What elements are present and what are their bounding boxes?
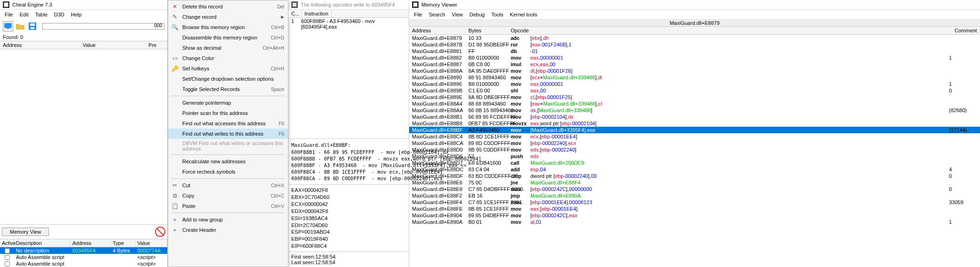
col-type[interactable]: Type bbox=[111, 239, 135, 247]
menu-item[interactable]: Disassemble this memory region Ctrl+D bbox=[168, 32, 288, 43]
disasm-row[interactable]: MaxiGuard.dll+E8890 88 91 88943460 mov [… bbox=[409, 74, 980, 81]
disasm-row[interactable]: MaxiGuard.dll+E890A B0 01 mov al,01 1 bbox=[409, 219, 980, 225]
disasm-row[interactable]: MaxiGuard.dll+E8904 89 85 D4DBFFFF mov [… bbox=[409, 212, 980, 219]
menu-file[interactable]: File bbox=[411, 11, 425, 18]
cell-bytes: B8 01000000 bbox=[468, 54, 511, 61]
opcode-list[interactable]: 1600F88BF - A3 F4953460 - mov [603495F4]… bbox=[288, 18, 409, 138]
disasm-row[interactable]: MaxiGuard.dll+E887B D1 88 95DBE0FF ror [… bbox=[409, 41, 980, 48]
menu-item[interactable]: 🔍 Browse this memory region Ctrl+B bbox=[168, 22, 288, 32]
menu-debug[interactable]: Debug bbox=[467, 11, 487, 18]
disasm-row[interactable]: MaxiGuard.dll+E88DF 83 BD C0DDFFFF 00 cm… bbox=[409, 173, 980, 179]
menu-item[interactable]: ＋ Add to new group bbox=[168, 214, 288, 225]
svg-rect-6 bbox=[31, 27, 34, 29]
menu-item[interactable]: ⧉ Copy Ctrl+C bbox=[168, 191, 288, 201]
disasm-row[interactable]: MaxiGuard.dll+E88CA 89 8D C0DDFFFF mov [… bbox=[409, 140, 980, 146]
open-button[interactable] bbox=[15, 21, 25, 31]
stop-icon[interactable] bbox=[155, 227, 165, 237]
disasm-row[interactable]: MaxiGuard.dll+E8881 FF db -01 bbox=[409, 48, 980, 54]
col-address[interactable]: Address bbox=[409, 27, 466, 34]
disasm-row[interactable]: MaxiGuard.dll+E88E6 75 0C jne MaxiGuard.… bbox=[409, 179, 980, 186]
disasm-row[interactable]: MaxiGuard.dll+E88FE 8B 85 1CE1FFFF mov e… bbox=[409, 206, 980, 212]
menu-item[interactable]: Set/Change dropdown selection options bbox=[168, 74, 288, 84]
col-instruction[interactable]: Instruction bbox=[302, 10, 332, 17]
menu-item[interactable]: Generate pointermap bbox=[168, 98, 288, 108]
menu-icon bbox=[171, 34, 179, 41]
opcode-row[interactable]: 1600F88BF - A3 F4953460 - mov [603495F4]… bbox=[288, 18, 409, 30]
save-button[interactable] bbox=[27, 21, 38, 31]
cell-addr: MaxiGuard.dll+E88A4 bbox=[412, 100, 468, 107]
memory-view-button[interactable]: Memory View bbox=[2, 228, 49, 236]
disasm-row[interactable]: MaxiGuard.dll+E889E 8A 8D DBE0FFFF mov c… bbox=[409, 94, 980, 100]
menu-item[interactable]: Pointer scan for this address bbox=[168, 108, 288, 118]
disasm-row[interactable]: MaxiGuard.dll+E88C4 8B 8D 1CE1FFFF mov e… bbox=[409, 133, 980, 140]
table-row[interactable]: No description 603495F4 4 Bytes 0000774A bbox=[0, 247, 167, 254]
menu-kernel-tools[interactable]: Kernel tools bbox=[507, 11, 540, 18]
disasm-row[interactable]: MaxiGuard.dll+E88A4 88 88 88943460 mov [… bbox=[409, 100, 980, 107]
active-checkbox[interactable] bbox=[5, 248, 10, 253]
menu-item[interactable]: ▭ Change Color bbox=[168, 53, 288, 63]
col-value[interactable]: Value bbox=[83, 42, 148, 48]
menu-item[interactable]: Show as decimal Ctrl+Alt+H bbox=[168, 43, 288, 53]
disasm-row[interactable]: MaxiGuard.dll+E8887 6B C8 00 imul ecx,ea… bbox=[409, 61, 980, 68]
cell-opcode: db bbox=[511, 48, 530, 54]
col-opcode[interactable]: Opcode bbox=[508, 27, 528, 34]
disasm-row[interactable]: MaxiGuard.dll+E88E8 C7 85 D4DBFFFF 0000.… bbox=[409, 186, 980, 192]
cell-opcode: mov bbox=[511, 133, 530, 140]
disasm-row[interactable]: MaxiGuard.dll+E88D6 52 push edx bbox=[409, 153, 980, 160]
col-args[interactable] bbox=[528, 27, 952, 34]
disasm-row[interactable]: MaxiGuard.dll+E88F2 EB 16 jmp MaxiGuard.… bbox=[409, 192, 980, 199]
menu-item[interactable]: Force recheck symbols bbox=[168, 167, 288, 177]
menu-item[interactable]: Toggle Selected Records Space bbox=[168, 84, 288, 94]
menu-item[interactable]: Recalculate new addresses bbox=[168, 156, 288, 167]
menu-item[interactable]: ✎ Change record ▶ bbox=[168, 12, 288, 22]
menu-view[interactable]: View bbox=[449, 11, 466, 18]
menu-item[interactable]: ✕ Delete this record Del bbox=[168, 1, 288, 12]
active-checkbox[interactable] bbox=[5, 261, 10, 267]
disasm-row[interactable]: MaxiGuard.dll+E88D7 E8 EDB41600 call Max… bbox=[409, 160, 980, 166]
disasm-row[interactable]: MaxiGuard.dll+E88AA 66 8B 15 88943460 mo… bbox=[409, 107, 980, 114]
cell-comment: (82680) bbox=[949, 107, 977, 114]
cell-opcode: add bbox=[511, 166, 530, 173]
disasm-row[interactable]: MaxiGuard.dll+E88B1 66 89 95 FCDEFFFF mo… bbox=[409, 114, 980, 120]
col-desc[interactable]: Description bbox=[14, 239, 70, 247]
menu-d3d[interactable]: D3D bbox=[51, 11, 67, 18]
table-row[interactable]: Auto Assemble script <script> bbox=[0, 260, 167, 267]
menu-item[interactable]: ＋ Create Header bbox=[168, 225, 288, 235]
col-addr-h[interactable]: Address bbox=[70, 239, 111, 247]
disasm-row[interactable]: MaxiGuard.dll+E88F4 C7 85 1CE1FFFF 2381.… bbox=[409, 199, 980, 206]
col-comment[interactable]: Comment bbox=[952, 27, 980, 34]
cell-addr: MaxiGuard.dll+E8882 bbox=[412, 54, 468, 61]
menu-edit[interactable]: Edit bbox=[17, 11, 31, 18]
col-prev[interactable]: Pre bbox=[148, 42, 156, 48]
menu-item[interactable]: ✂ Cut Ctrl+X bbox=[168, 180, 288, 191]
disasm-row[interactable]: MaxiGuard.dll+E88B8 0FB7 85 FCDEFFFF mov… bbox=[409, 120, 980, 127]
active-checkbox[interactable] bbox=[5, 255, 10, 260]
menu-tools[interactable]: Tools bbox=[489, 11, 506, 18]
col-value-h[interactable]: Value bbox=[135, 239, 167, 247]
disasm-row[interactable]: MaxiGuard.dll+E88DC 83 C4 04 add esp,04 … bbox=[409, 166, 980, 173]
disasm-row[interactable]: MaxiGuard.dll+E88BF A3 F4953460 mov [Max… bbox=[409, 127, 980, 133]
disasm-row[interactable]: MaxiGuard.dll+E888A 8A 95 DAE0FFFF mov d… bbox=[409, 68, 980, 74]
col-address[interactable]: Address bbox=[3, 42, 83, 48]
disasm-row[interactable]: MaxiGuard.dll+E8879 10 33 adc [ebx],dh bbox=[409, 35, 980, 41]
disasm-row[interactable]: MaxiGuard.dll+E88D0 8B 95 C0DDFFFF mov e… bbox=[409, 146, 980, 153]
register-line: EBP=0019F840 bbox=[291, 236, 406, 243]
menu-item[interactable]: 📋 Paste Ctrl+V bbox=[168, 201, 288, 211]
menu-item[interactable]: Find out what writes to this address F6 bbox=[168, 129, 288, 139]
menu-help[interactable]: Help bbox=[68, 11, 85, 18]
col-count[interactable]: C... bbox=[288, 10, 302, 17]
menu-item[interactable]: Find out what accesses this address F5 bbox=[168, 118, 288, 129]
address-table[interactable]: No description 603495F4 4 Bytes 0000774A… bbox=[0, 247, 167, 267]
menu-search[interactable]: Search bbox=[426, 11, 448, 18]
disasm-list[interactable]: MaxiGuard.dll+E8879 10 33 adc [ebx],dh M… bbox=[409, 35, 980, 267]
col-bytes[interactable]: Bytes bbox=[466, 27, 508, 34]
menu-table[interactable]: Table bbox=[32, 11, 50, 18]
menu-file[interactable]: File bbox=[2, 11, 16, 18]
menu-item[interactable]: 🔑 Set hotkeys Ctrl+H bbox=[168, 63, 288, 74]
col-active[interactable]: Active bbox=[0, 239, 14, 247]
process-button[interactable] bbox=[3, 21, 13, 31]
table-row[interactable]: Auto Assemble script <script> bbox=[0, 254, 167, 260]
disasm-row[interactable]: MaxiGuard.dll+E8896 B8 01000000 mov eax,… bbox=[409, 81, 980, 87]
disasm-row[interactable]: MaxiGuard.dll+E889B C1 E0 00 shl eax,00 … bbox=[409, 87, 980, 94]
disasm-row[interactable]: MaxiGuard.dll+E8882 B8 01000000 mov eax,… bbox=[409, 54, 980, 61]
